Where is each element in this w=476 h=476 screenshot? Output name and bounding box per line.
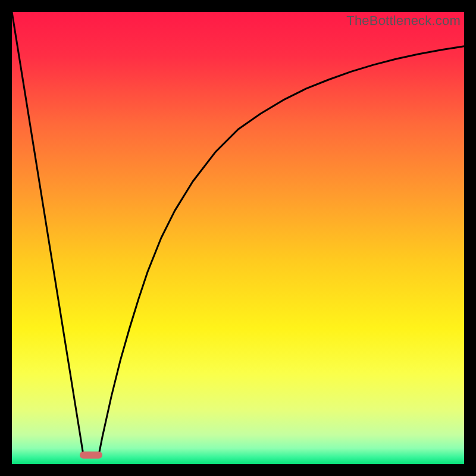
bottleneck-chart (12, 12, 464, 464)
chart-background (12, 12, 464, 464)
plot-frame: TheBottleneck.com (12, 12, 464, 464)
watermark: TheBottleneck.com (346, 13, 461, 29)
optimal-marker (80, 452, 102, 459)
